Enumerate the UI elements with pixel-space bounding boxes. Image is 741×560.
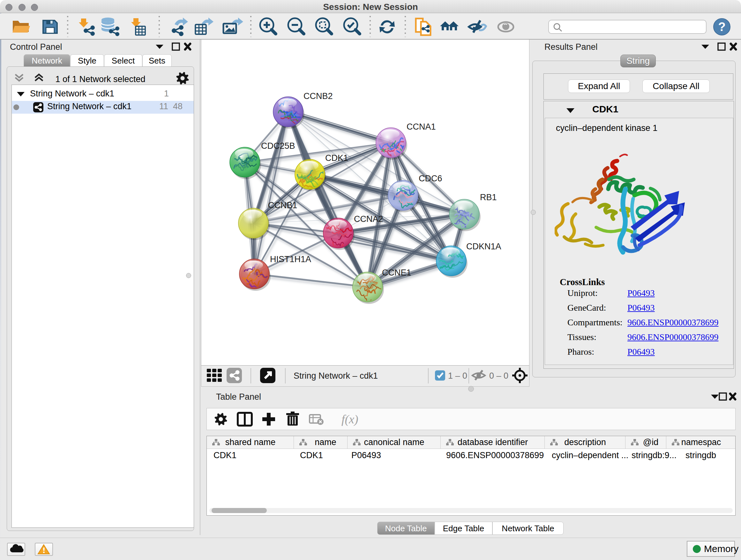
svg-text:String Network – cdk1: String Network – cdk1 (293, 371, 378, 381)
svg-text:HIST1H1A: HIST1H1A (270, 254, 311, 264)
svg-text:CCNE1: CCNE1 (382, 268, 411, 277)
svg-text:CDC25B: CDC25B (261, 141, 295, 151)
svg-text:RB1: RB1 (480, 192, 497, 202)
svg-text:0 – 0: 0 – 0 (489, 371, 509, 381)
svg-text:f(x): f(x) (341, 413, 358, 426)
svg-text:CCNB2: CCNB2 (304, 91, 333, 101)
svg-text:?: ? (718, 20, 725, 34)
svg-text:CDC6: CDC6 (419, 174, 442, 183)
svg-text:1 – 0: 1 – 0 (448, 371, 467, 381)
svg-text:CCNA2: CCNA2 (354, 214, 383, 224)
svg-text:CCNB1: CCNB1 (268, 200, 297, 210)
svg-text:CDKN1A: CDKN1A (466, 242, 501, 251)
svg-text:CCNA1: CCNA1 (407, 122, 436, 132)
svg-text:CDK1: CDK1 (325, 153, 348, 163)
